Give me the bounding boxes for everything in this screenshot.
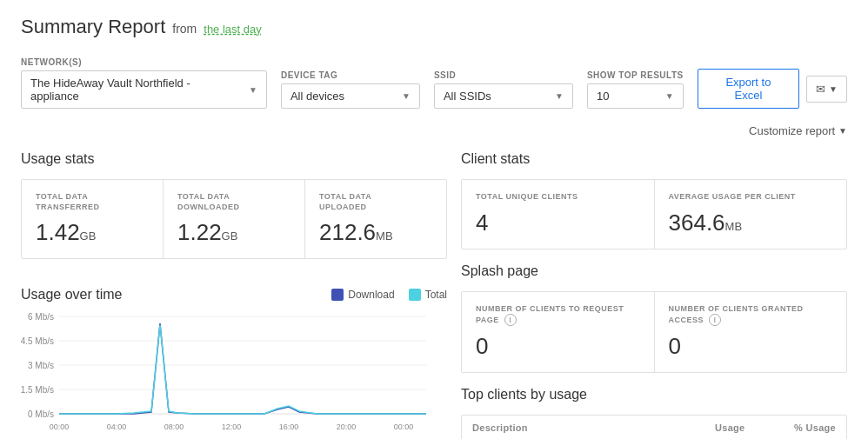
ssid-chevron-icon: ▼: [555, 91, 564, 101]
legend-total-color: [409, 289, 421, 301]
network-value: The HideAway Vault Northfield - applianc…: [30, 76, 242, 103]
customize-chevron-icon: ▼: [838, 126, 847, 136]
stat-avg-usage: AVERAGE USAGE PER CLIENT 364.6MB: [655, 180, 847, 249]
ssid-filter: SSID All SSIDs ▼: [434, 70, 573, 109]
col-pct-usage: % Usage: [745, 422, 837, 433]
page-container: Summary Report from the last day NETWORK…: [0, 0, 868, 439]
splash-granted-value: 0: [669, 333, 833, 360]
device-tag-select[interactable]: All devices ▼: [281, 83, 420, 109]
info-icon-granted[interactable]: i: [709, 314, 721, 326]
show-top-select[interactable]: 10 ▼: [587, 83, 684, 109]
svg-text:04:00: 04:00: [107, 422, 127, 431]
usage-stats-title: Usage stats: [21, 151, 447, 167]
stat-unique-clients-value: 4: [476, 210, 640, 236]
device-tag-filter: DEVICE TAG All devices ▼: [281, 70, 420, 109]
top-clients-section: Top clients by usage Description Usage %…: [461, 387, 847, 439]
main-grid: Usage stats TOTAL DATATRANSFERRED 1.42GB…: [21, 151, 847, 439]
legend-download-label: Download: [348, 289, 394, 301]
svg-text:1.5 Mb/s: 1.5 Mb/s: [21, 385, 54, 395]
splash-requests-value: 0: [476, 333, 640, 360]
svg-text:00:00: 00:00: [50, 422, 70, 431]
page-header: Summary Report from the last day: [21, 16, 847, 38]
email-chevron-icon: ▼: [829, 84, 838, 94]
stat-transferred: TOTAL DATATRANSFERRED 1.42GB: [22, 180, 164, 258]
customize-link[interactable]: Customize report ▼: [749, 124, 847, 137]
ssid-select[interactable]: All SSIDs ▼: [434, 83, 573, 109]
splash-requests-label: NUMBER OF CLIENTS TO REQUEST PAGE i: [476, 304, 640, 327]
legend-total-label: Total: [425, 289, 447, 301]
stat-uploaded-value: 212.6MB: [319, 219, 432, 246]
info-icon-requests[interactable]: i: [504, 314, 517, 326]
top-clients-table: Description Usage % Usage: [461, 415, 847, 439]
col-usage: Usage: [654, 422, 745, 433]
chart-section: Usage over time Download Total: [21, 287, 447, 439]
email-icon: ✉: [816, 83, 825, 96]
legend-total: Total: [409, 289, 447, 301]
right-col: Client stats TOTAL UNIQUE CLIENTS 4 AVER…: [461, 151, 847, 439]
legend-download-color: [331, 289, 344, 301]
page-subtitle-prefix: from: [172, 22, 197, 36]
splash-stats-row: NUMBER OF CLIENTS TO REQUEST PAGE i 0 NU…: [461, 291, 847, 374]
svg-text:0 Mb/s: 0 Mb/s: [28, 409, 54, 419]
customize-row: Customize report ▼: [21, 124, 847, 137]
show-top-filter: SHOW TOP RESULTS 10 ▼: [587, 70, 684, 109]
usage-stats-row: TOTAL DATATRANSFERRED 1.42GB TOTAL DATAD…: [21, 179, 447, 259]
email-button[interactable]: ✉ ▼: [806, 76, 847, 103]
splash-page-section: Splash page NUMBER OF CLIENTS TO REQUEST…: [461, 263, 847, 374]
chart-title: Usage over time: [21, 287, 123, 303]
svg-text:16:00: 16:00: [279, 422, 299, 431]
stat-transferred-label: TOTAL DATATRANSFERRED: [36, 192, 149, 212]
stat-avg-usage-value: 364.6MB: [669, 210, 833, 236]
show-top-value: 10: [597, 90, 658, 103]
network-filter: NETWORK(S) The HideAway Vault Northfield…: [21, 57, 267, 109]
usage-chart: 6 Mb/s 4.5 Mb/s 3 Mb/s 1.5 Mb/s 0 Mb/s 0…: [21, 309, 428, 439]
usage-stats-section: Usage stats TOTAL DATATRANSFERRED 1.42GB…: [21, 151, 447, 273]
splash-page-title: Splash page: [461, 263, 847, 279]
stat-downloaded-value: 1.22GB: [177, 219, 290, 246]
client-stats-section: Client stats TOTAL UNIQUE CLIENTS 4 AVER…: [461, 151, 847, 249]
customize-label: Customize report: [749, 124, 835, 137]
client-stats-row: TOTAL UNIQUE CLIENTS 4 AVERAGE USAGE PER…: [461, 179, 847, 249]
filter-bar: NETWORK(S) The HideAway Vault Northfield…: [21, 57, 847, 109]
stat-unique-clients-label: TOTAL UNIQUE CLIENTS: [476, 192, 640, 203]
svg-text:08:00: 08:00: [164, 422, 184, 431]
stat-downloaded: TOTAL DATADOWNLOADED 1.22GB: [164, 180, 305, 258]
device-tag-chevron-icon: ▼: [402, 91, 411, 101]
splash-granted: NUMBER OF CLIENTS GRANTED ACCESS i 0: [655, 292, 847, 373]
svg-text:00:00: 00:00: [394, 422, 414, 431]
export-button[interactable]: Export to Excel: [698, 69, 799, 109]
show-top-label: SHOW TOP RESULTS: [587, 70, 684, 80]
page-title: Summary Report: [21, 16, 165, 38]
device-tag-label: DEVICE TAG: [281, 70, 420, 80]
stat-transferred-value: 1.42GB: [36, 219, 149, 246]
table-header: Description Usage % Usage: [462, 416, 846, 439]
svg-text:3 Mb/s: 3 Mb/s: [28, 361, 54, 370]
left-col: Usage stats TOTAL DATATRANSFERRED 1.42GB…: [21, 151, 447, 439]
svg-text:20:00: 20:00: [337, 422, 357, 431]
chart-header: Usage over time Download Total: [21, 287, 447, 303]
network-label: NETWORK(S): [21, 57, 267, 67]
client-stats-title: Client stats: [461, 151, 847, 167]
top-clients-title: Top clients by usage: [461, 387, 847, 402]
filter-actions: Export to Excel ✉ ▼: [698, 69, 847, 109]
stat-avg-usage-label: AVERAGE USAGE PER CLIENT: [669, 192, 833, 203]
stat-uploaded: TOTAL DATAUPLOADED 212.6MB: [305, 180, 446, 258]
stat-uploaded-label: TOTAL DATAUPLOADED: [319, 192, 432, 212]
legend-download: Download: [331, 289, 394, 301]
network-chevron-icon: ▼: [249, 85, 257, 95]
chart-container: 6 Mb/s 4.5 Mb/s 3 Mb/s 1.5 Mb/s 0 Mb/s 0…: [21, 309, 447, 439]
device-tag-value: All devices: [290, 90, 395, 103]
ssid-label: SSID: [434, 70, 573, 80]
chart-legend: Download Total: [331, 289, 447, 301]
network-select[interactable]: The HideAway Vault Northfield - applianc…: [21, 70, 267, 109]
svg-text:4.5 Mb/s: 4.5 Mb/s: [21, 336, 54, 346]
show-top-chevron-icon: ▼: [665, 91, 674, 101]
svg-text:12:00: 12:00: [222, 422, 242, 431]
splash-granted-label: NUMBER OF CLIENTS GRANTED ACCESS i: [669, 304, 833, 327]
svg-text:6 Mb/s: 6 Mb/s: [28, 312, 54, 322]
ssid-value: All SSIDs: [444, 90, 548, 103]
col-description: Description: [472, 422, 654, 433]
date-range-link[interactable]: the last day: [204, 23, 262, 36]
splash-requests: NUMBER OF CLIENTS TO REQUEST PAGE i 0: [462, 292, 655, 373]
stat-unique-clients: TOTAL UNIQUE CLIENTS 4: [462, 180, 655, 249]
